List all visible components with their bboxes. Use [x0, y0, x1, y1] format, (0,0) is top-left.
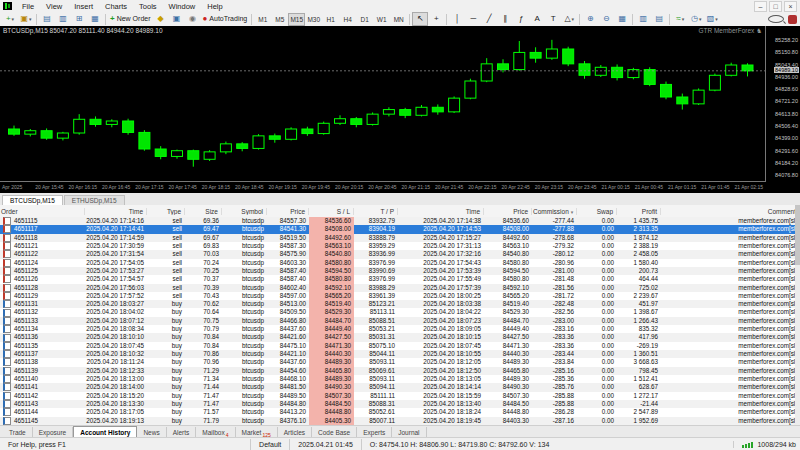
- column-header-size[interactable]: Size: [185, 208, 222, 215]
- timeframe-m5-button[interactable]: M5: [271, 13, 288, 26]
- timeframe-h4-button[interactable]: H4: [339, 13, 356, 26]
- label-icon[interactable]: T: [545, 12, 561, 26]
- history-row[interactable]: 46511382025.04.20 18:11:24buy70.96btcusd…: [0, 358, 800, 366]
- terminal-tab-mailbox[interactable]: Mailbox4: [196, 427, 235, 438]
- history-row[interactable]: 46511292025.04.20 17:57:52sell70.43btcus…: [0, 292, 800, 300]
- column-header-comment[interactable]: Comment: [661, 208, 800, 215]
- history-row[interactable]: 46511152025.04.20 17:14:16sell69.36btcus…: [0, 217, 800, 225]
- history-row[interactable]: 46511222025.04.20 17:31:54sell70.03btcus…: [0, 250, 800, 258]
- menu-help[interactable]: Help: [201, 2, 228, 11]
- column-header-type[interactable]: Type: [147, 208, 185, 215]
- column-header-price[interactable]: Price: [267, 208, 309, 215]
- timeframe-m30-button[interactable]: M30: [305, 13, 322, 26]
- terminal-tab-articles[interactable]: Articles: [278, 427, 312, 438]
- shapes-icon[interactable]: △▾: [561, 12, 577, 26]
- profiles-icon[interactable]: ▣▾: [18, 12, 34, 26]
- timeframe-m15-button[interactable]: M15: [288, 13, 305, 26]
- history-row[interactable]: 46511322025.04.20 18:04:02buy70.64btcusd…: [0, 308, 800, 316]
- print-icon[interactable]: ▣: [169, 12, 185, 26]
- menu-view[interactable]: View: [40, 2, 68, 11]
- history-row[interactable]: 46511332025.04.20 18:07:12buy70.75btcusd…: [0, 317, 800, 325]
- minimize-button[interactable]: –: [754, 1, 767, 12]
- history-row[interactable]: 46511402025.04.20 18:13:00buy71.34btcusd…: [0, 375, 800, 383]
- terminal-tab-news[interactable]: News: [137, 427, 166, 438]
- text-icon[interactable]: A: [529, 12, 545, 26]
- history-row[interactable]: 46511352025.04.20 18:07:45buy70.84btcusd…: [0, 342, 800, 350]
- menu-window[interactable]: Window: [163, 2, 202, 11]
- data-window-icon[interactable]: ▥: [55, 12, 71, 26]
- chart-tab-btcusdp-m15[interactable]: BTCUSDp,M15: [2, 195, 63, 205]
- timeframe-mn-button[interactable]: MN: [390, 13, 407, 26]
- chart-window[interactable]: BTCUSDp,M15 85047.20 85111.40 84944.20 8…: [0, 26, 800, 193]
- terminal-tab-journal[interactable]: Journal: [392, 427, 426, 438]
- menu-file[interactable]: File: [16, 2, 40, 11]
- timeframe-w1-button[interactable]: W1: [373, 13, 390, 26]
- history-row[interactable]: 46511282025.04.20 17:56:03sell70.39btcus…: [0, 284, 800, 292]
- horizontal-line-icon[interactable]: ─: [465, 12, 481, 26]
- menu-tools[interactable]: Tools: [133, 2, 163, 11]
- history-row[interactable]: 46511312025.04.20 18:03:27buy70.62btcusd…: [0, 300, 800, 308]
- history-row[interactable]: 46511172025.04.20 17:14:41sell69.47btcus…: [0, 225, 800, 233]
- close-button[interactable]: ×: [784, 1, 797, 12]
- column-header-price[interactable]: Price: [484, 208, 532, 215]
- history-row[interactable]: 46511452025.04.20 18:19:13buy71.79btcusd…: [0, 417, 800, 425]
- metaeditor-icon[interactable]: ◆: [153, 12, 169, 26]
- timeframe-m1-button[interactable]: M1: [254, 13, 271, 26]
- indicators-icon[interactable]: ≈▾: [672, 12, 688, 26]
- column-header-time[interactable]: Time: [85, 208, 147, 215]
- community-icon[interactable]: ◉: [185, 12, 201, 26]
- terminal-tab-trade[interactable]: Trade: [3, 427, 33, 438]
- history-row[interactable]: 46511442025.04.20 18:17:05buy71.57btcusd…: [0, 408, 800, 416]
- column-header-swap[interactable]: Swap: [577, 208, 617, 215]
- zoom-out-icon[interactable]: ⊖: [598, 12, 614, 26]
- history-row[interactable]: 46511432025.04.20 18:13:30buy71.47btcusd…: [0, 400, 800, 408]
- history-row[interactable]: 46511242025.04.20 17:54:05sell70.24btcus…: [0, 259, 800, 267]
- new-chart-icon[interactable]: +▾: [2, 12, 18, 26]
- trendline-icon[interactable]: ╱: [481, 12, 497, 26]
- timeframe-d1-button[interactable]: D1: [356, 13, 373, 26]
- history-scrollbar[interactable]: [795, 205, 800, 425]
- terminal-tab-market[interactable]: Market125: [236, 427, 278, 438]
- menu-charts[interactable]: Charts: [99, 2, 133, 11]
- history-row[interactable]: 46511422025.04.20 18:15:20buy71.47btcusd…: [0, 392, 800, 400]
- autotrading-button[interactable]: ●AutoTrading: [201, 12, 250, 26]
- fibonacci-icon[interactable]: ƒ: [513, 12, 529, 26]
- crosshair-icon[interactable]: +: [428, 12, 444, 26]
- history-row[interactable]: 46511182025.04.20 17:14:59sell69.67btcus…: [0, 234, 800, 242]
- menu-insert[interactable]: Insert: [68, 2, 99, 11]
- chart-tab-ethusdp-m15[interactable]: ETHUSDp,M15: [64, 195, 125, 205]
- terminal-tab-exposure[interactable]: Exposure: [33, 427, 73, 438]
- market-watch-icon[interactable]: ▤: [39, 12, 55, 26]
- periods-icon[interactable]: ◷▾: [688, 12, 704, 26]
- templates-icon[interactable]: ▧▾: [704, 12, 720, 26]
- mql5-community-icon[interactable]: [788, 15, 797, 24]
- candle-chart-mode-icon[interactable]: ▤: [651, 12, 667, 26]
- restore-button[interactable]: □: [769, 1, 782, 12]
- new-order-button[interactable]: +New Order: [108, 12, 153, 26]
- navigator-icon[interactable]: ⊞: [71, 12, 87, 26]
- search-icon[interactable]: [768, 15, 784, 23]
- column-header-profit[interactable]: Profit: [617, 208, 661, 215]
- history-row[interactable]: 46511252025.04.20 17:53:27sell70.25btcus…: [0, 267, 800, 275]
- history-row[interactable]: 46511362025.04.20 18:10:10buy70.84btcusd…: [0, 333, 800, 341]
- terminal-icon[interactable]: ▦: [87, 12, 103, 26]
- history-row[interactable]: 46511262025.04.20 17:54:57sell70.37btcus…: [0, 275, 800, 283]
- vertical-line-icon[interactable]: │: [449, 12, 465, 26]
- column-header-commission[interactable]: Commission▾: [532, 208, 577, 215]
- column-header-tp[interactable]: T / P: [354, 208, 398, 215]
- history-row[interactable]: 46511392025.04.20 18:12:33buy71.29btcusd…: [0, 367, 800, 375]
- column-header-sl[interactable]: S / L: [309, 208, 354, 215]
- column-header-time[interactable]: Time: [398, 208, 484, 215]
- terminal-tab-alerts[interactable]: Alerts: [167, 427, 197, 438]
- history-row[interactable]: 46511372025.04.20 18:10:32buy70.86btcusd…: [0, 350, 800, 358]
- zoom-in-icon[interactable]: ⊕: [582, 12, 598, 26]
- cursor-icon[interactable]: ↖: [412, 12, 428, 26]
- candlestick-plot[interactable]: [0, 33, 766, 181]
- timeframe-h1-button[interactable]: H1: [322, 13, 339, 26]
- column-header-order[interactable]: Order: [0, 208, 85, 215]
- history-row[interactable]: 46511212025.04.20 17:30:59sell69.83btcus…: [0, 242, 800, 250]
- history-row[interactable]: 46511342025.04.20 18:08:34buy70.79btcusd…: [0, 325, 800, 333]
- channel-icon[interactable]: ∥: [497, 12, 513, 26]
- tile-windows-icon[interactable]: ▦: [614, 12, 630, 26]
- column-header-symbol[interactable]: Symbol: [222, 208, 267, 215]
